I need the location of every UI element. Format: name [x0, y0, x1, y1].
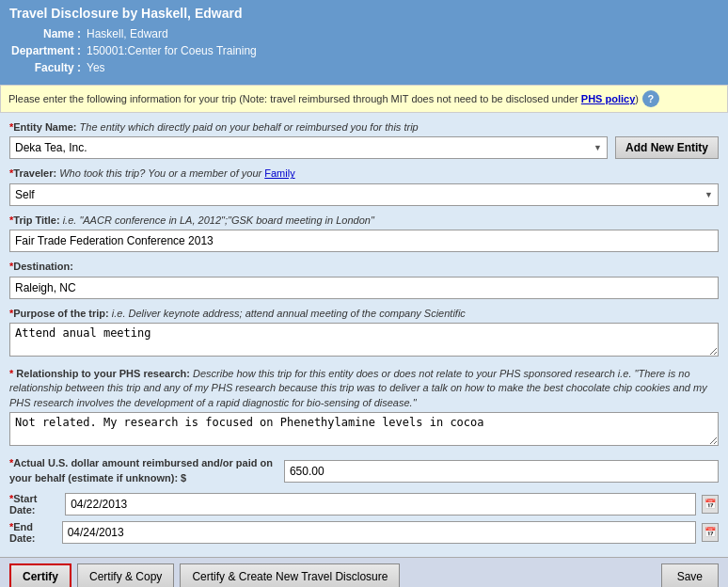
- help-icon[interactable]: ?: [642, 90, 659, 107]
- certify-copy-button[interactable]: Certify & Copy: [77, 563, 174, 587]
- purpose-group: *Purpose of the trip: i.e. Deliver keyno…: [9, 307, 719, 359]
- traveler-select-wrapper: Self: [9, 183, 719, 206]
- main-container: Travel Disclosure by Haskell, Edward Nam…: [0, 0, 728, 587]
- destination-label: *Destination:: [9, 260, 719, 274]
- start-date-input[interactable]: 04/22/2013: [65, 493, 696, 516]
- entity-row: Deka Tea, Inc. Add New Entity: [9, 136, 719, 159]
- trip-title-label: *Trip Title: i.e. "AACR conference in LA…: [9, 214, 719, 228]
- destination-input[interactable]: Raleigh, NC: [9, 277, 719, 299]
- relationship-group: * Relationship to your PHS research: Des…: [9, 367, 719, 449]
- amount-group: *Actual U.S. dollar amount reimbursed an…: [9, 456, 719, 485]
- start-date-label: *Start Date:: [9, 493, 59, 516]
- header: Travel Disclosure by Haskell, Edward Nam…: [0, 0, 728, 85]
- footer: Certify Certify & Copy Certify & Create …: [0, 557, 728, 587]
- faculty-label: Faculty :: [11, 60, 85, 75]
- entity-name-group: *Entity Name: The entity which directly …: [9, 120, 719, 159]
- traveler-group: *Traveler: Who took this trip? You or a …: [9, 167, 719, 205]
- certify-button[interactable]: Certify: [9, 563, 71, 587]
- trip-title-group: *Trip Title: i.e. "AACR conference in LA…: [9, 214, 719, 252]
- notice-text: Please enter the following information f…: [8, 93, 639, 104]
- form-area: *Entity Name: The entity which directly …: [0, 113, 728, 557]
- name-value: Haskell, Edward: [87, 26, 261, 41]
- family-link[interactable]: Family: [264, 167, 294, 179]
- name-label: Name :: [11, 26, 85, 41]
- amount-label: *Actual U.S. dollar amount reimbursed an…: [9, 456, 278, 485]
- start-date-row: *Start Date: 04/22/2013 📅: [9, 493, 719, 516]
- add-entity-button[interactable]: Add New Entity: [615, 136, 719, 159]
- relationship-textarea[interactable]: Not related. My research is focused on P…: [9, 412, 719, 446]
- relationship-label: * Relationship to your PHS research: Des…: [9, 367, 719, 410]
- purpose-label: *Purpose of the trip: i.e. Deliver keyno…: [9, 307, 719, 321]
- destination-group: *Destination: Raleigh, NC: [9, 260, 719, 298]
- trip-title-input[interactable]: Fair Trade Federation Conference 2013: [9, 230, 719, 252]
- faculty-value: Yes: [87, 60, 261, 75]
- amount-input[interactable]: 650.00: [284, 460, 719, 483]
- end-date-label: *End Date:: [9, 521, 56, 544]
- dept-value: 150001:Center for Coeus Training: [87, 43, 261, 58]
- traveler-label: *Traveler: Who took this trip? You or a …: [9, 167, 719, 181]
- entity-select-wrapper: Deka Tea, Inc.: [9, 136, 608, 159]
- phs-policy-link[interactable]: PHS policy: [581, 93, 635, 104]
- certify-create-button[interactable]: Certify & Create New Travel Disclosure: [180, 563, 400, 587]
- end-date-calendar-icon[interactable]: 📅: [702, 523, 719, 542]
- end-date-row: *End Date: 04/24/2013 📅: [9, 521, 719, 544]
- purpose-textarea[interactable]: Attend anual meeting: [9, 323, 719, 357]
- end-date-input[interactable]: 04/24/2013: [62, 521, 696, 544]
- dept-label: Department :: [11, 43, 85, 58]
- page-title: Travel Disclosure by Haskell, Edward: [9, 6, 719, 21]
- notice-bar: Please enter the following information f…: [0, 85, 728, 113]
- traveler-select[interactable]: Self: [9, 183, 719, 206]
- header-info: Name : Haskell, Edward Department : 1500…: [9, 24, 719, 77]
- entity-name-label: *Entity Name: The entity which directly …: [9, 120, 719, 135]
- save-button[interactable]: Save: [661, 563, 719, 587]
- start-date-calendar-icon[interactable]: 📅: [702, 495, 719, 514]
- entity-select[interactable]: Deka Tea, Inc.: [9, 136, 608, 159]
- amount-row: *Actual U.S. dollar amount reimbursed an…: [9, 456, 719, 485]
